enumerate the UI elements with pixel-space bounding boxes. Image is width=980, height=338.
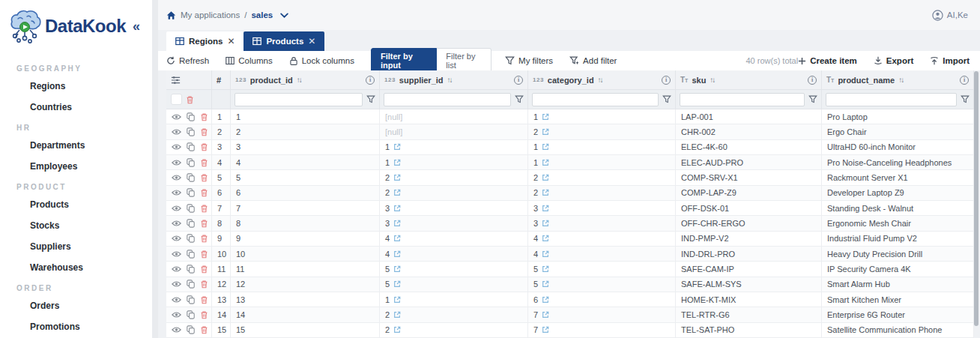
duplicate-row-button[interactable] [187,142,195,151]
filter-input-sku[interactable] [680,93,805,106]
view-row-button[interactable] [172,235,181,242]
chevron-down-icon[interactable] [280,13,288,18]
duplicate-row-button[interactable] [187,280,195,289]
open-category-link[interactable] [542,113,549,121]
column-header-sku[interactable]: TTsku↑↓i [676,70,822,90]
duplicate-row-button[interactable] [187,250,195,259]
open-supplier-link[interactable] [393,265,401,273]
open-category-link[interactable] [542,250,549,258]
view-row-button[interactable] [172,326,181,334]
open-supplier-link[interactable] [393,174,401,181]
sidebar-item-employees[interactable]: Employees [0,156,158,177]
view-row-button[interactable] [172,189,181,196]
column-info-icon[interactable]: i [662,76,671,85]
view-row-button[interactable] [172,143,181,151]
sidebar-item-regions[interactable]: Regions [0,76,158,97]
duplicate-row-button[interactable] [187,265,195,274]
view-row-button[interactable] [172,159,181,166]
filter-input-supplier_id[interactable] [384,93,511,106]
grid-scrollbar[interactable] [974,70,979,329]
column-header-product_id[interactable]: 123product_id↑↓i [231,70,380,90]
sidebar-collapse-button[interactable]: « [133,19,140,34]
breadcrumb-current-app[interactable]: sales [251,10,273,19]
select-all-checkbox[interactable] [171,94,182,105]
open-category-link[interactable] [542,189,549,196]
duplicate-row-button[interactable] [187,325,195,334]
view-row-button[interactable] [172,265,181,273]
delete-row-button[interactable] [200,265,208,274]
filter-funnel-icon[interactable] [808,95,817,103]
column-header-category_id[interactable]: 123category_id↑↓i [528,70,676,90]
sidebar-item-stocks[interactable]: Stocks [0,215,158,236]
sidebar-scrollbar-track[interactable] [152,0,158,338]
sort-icon[interactable]: ↑↓ [297,76,301,84]
delete-row-button[interactable] [200,112,208,121]
open-supplier-link[interactable] [393,143,401,151]
view-row-button[interactable] [172,113,181,121]
open-supplier-link[interactable] [393,311,401,319]
open-category-link[interactable] [542,296,549,304]
duplicate-row-button[interactable] [187,188,195,197]
sidebar-item-warehouses[interactable]: Warehouses [0,257,158,278]
create-item-button[interactable]: Create item [798,56,857,65]
sort-icon[interactable]: ↑↓ [598,76,602,84]
tab-products[interactable]: Products✕ [244,31,324,51]
lock-columns-button[interactable]: Lock columns [289,56,354,66]
grid-settings-header-cell[interactable] [166,70,212,90]
column-info-icon[interactable]: i [960,76,969,85]
user-menu[interactable]: AI,Ke [932,10,968,21]
column-header-supplier_id[interactable]: 123supplier_id↑↓i [380,70,528,90]
filter-funnel-icon[interactable] [515,95,524,103]
delete-row-button[interactable] [200,325,208,334]
filter-by-list-button[interactable]: Filter by list [437,48,491,73]
view-row-button[interactable] [172,250,181,258]
export-button[interactable]: Export [874,56,913,65]
view-row-button[interactable] [172,205,181,212]
columns-button[interactable]: Columns [226,56,272,65]
sort-icon[interactable]: ↑↓ [898,76,903,84]
open-category-link[interactable] [542,235,549,242]
breadcrumb-root[interactable]: My applications [181,10,240,19]
open-supplier-link[interactable] [393,189,401,196]
open-category-link[interactable] [542,174,549,181]
duplicate-row-button[interactable] [187,295,195,304]
view-row-button[interactable] [172,280,181,288]
view-row-button[interactable] [172,220,181,227]
my-filters-button[interactable]: My filters [505,56,553,65]
add-filter-button[interactable]: Add filter [569,56,617,65]
duplicate-row-button[interactable] [187,127,195,136]
filter-input-category_id[interactable] [532,93,659,106]
duplicate-row-button[interactable] [187,234,195,243]
tab-regions[interactable]: Regions✕ [166,31,244,51]
open-category-link[interactable] [542,311,549,319]
import-button[interactable]: Import [930,56,970,65]
sidebar-item-products[interactable]: Products [0,194,158,215]
sidebar-item-countries[interactable]: Countries [0,97,158,118]
open-category-link[interactable] [542,159,549,166]
delete-row-button[interactable] [200,295,208,304]
view-row-button[interactable] [172,128,181,136]
column-info-icon[interactable]: i [808,76,817,85]
sidebar-item-promotions[interactable]: Promotions [0,316,158,337]
delete-row-button[interactable] [200,173,208,182]
duplicate-row-button[interactable] [187,112,195,121]
delete-row-button[interactable] [200,142,208,151]
delete-row-button[interactable] [200,250,208,259]
filter-funnel-icon[interactable] [961,95,970,103]
delete-row-button[interactable] [200,188,208,197]
open-supplier-link[interactable] [393,205,401,212]
sidebar-item-orders[interactable]: Orders [0,295,158,316]
open-category-link[interactable] [542,205,549,212]
view-row-button[interactable] [172,174,181,181]
delete-row-button[interactable] [200,280,208,289]
delete-row-button[interactable] [200,158,208,167]
duplicate-row-button[interactable] [187,219,195,228]
column-header-product_name[interactable]: TTproduct_name↑↓i [822,70,974,90]
duplicate-row-button[interactable] [187,310,195,319]
home-icon[interactable] [166,10,176,20]
open-category-link[interactable] [542,128,549,136]
open-supplier-link[interactable] [393,280,401,288]
filter-funnel-icon[interactable] [662,95,671,103]
open-category-link[interactable] [542,280,549,288]
view-row-button[interactable] [172,296,181,304]
